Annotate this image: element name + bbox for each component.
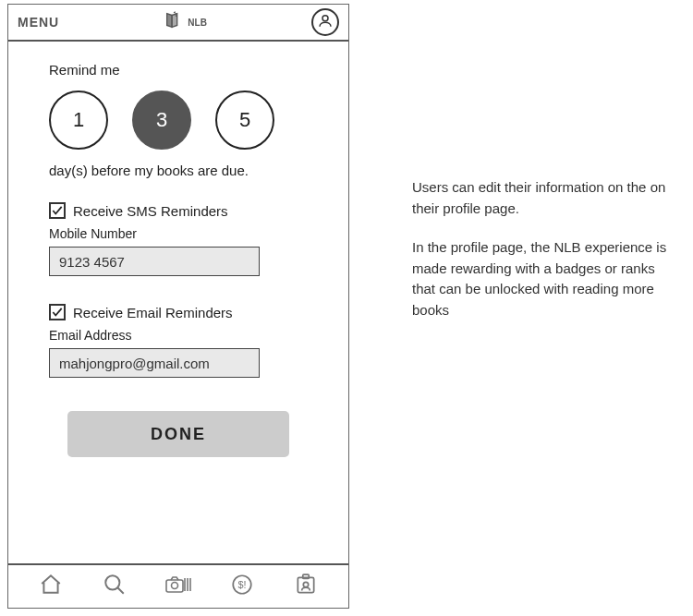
nav-home[interactable] <box>37 573 65 600</box>
email-checkbox-label: Receive Email Reminders <box>73 305 233 320</box>
remind-label: Remind me <box>49 62 308 78</box>
mobile-number-field[interactable] <box>49 247 260 276</box>
day-options: 1 3 5 <box>49 91 308 150</box>
day-option-1[interactable]: 1 <box>49 91 108 150</box>
nav-card[interactable] <box>292 573 320 600</box>
nav-fees[interactable]: $! <box>228 573 256 600</box>
done-button[interactable]: DONE <box>67 411 289 457</box>
profile-button[interactable] <box>311 8 339 36</box>
svg-rect-11 <box>302 574 309 578</box>
svg-point-4 <box>171 583 177 589</box>
logo: NLB <box>164 10 207 34</box>
day-option-3[interactable]: 3 <box>132 91 191 150</box>
svg-rect-10 <box>298 577 313 592</box>
camera-barcode-icon <box>164 573 192 600</box>
search-icon <box>103 573 127 600</box>
annotation-p1: Users can edit their information on the … <box>412 177 671 219</box>
menu-button[interactable]: MENU <box>18 15 59 30</box>
content: Remind me 1 3 5 day(s) before my books a… <box>8 42 348 563</box>
home-icon <box>39 573 63 600</box>
svg-text:$!: $! <box>237 579 246 590</box>
dollar-alert-icon: $! <box>230 573 254 600</box>
remind-sublabel: day(s) before my books are due. <box>49 163 308 178</box>
email-address-label: Email Address <box>49 328 308 343</box>
svg-line-2 <box>117 587 124 594</box>
phone-frame: MENU NLB Remind me 1 3 <box>7 4 349 609</box>
topbar: MENU NLB <box>8 5 348 42</box>
email-checkbox[interactable] <box>49 304 66 320</box>
day-option-5[interactable]: 5 <box>215 91 274 150</box>
svg-point-12 <box>303 582 308 586</box>
svg-point-0 <box>322 16 328 21</box>
check-icon <box>51 306 64 319</box>
annotation-text: Users can edit their information on the … <box>412 177 671 339</box>
sms-checkbox-label: Receive SMS Reminders <box>73 203 228 219</box>
nav-scan[interactable] <box>164 573 192 600</box>
annotation-p2: In the profile page, the NLB experience … <box>412 237 671 320</box>
nav-search[interactable] <box>101 573 128 600</box>
id-card-icon <box>294 573 318 600</box>
user-icon <box>317 12 334 32</box>
logo-text: NLB <box>188 18 207 28</box>
svg-point-1 <box>105 575 119 589</box>
email-address-field[interactable] <box>49 348 260 378</box>
bottombar: $! <box>8 563 348 608</box>
sms-checkbox[interactable] <box>49 202 66 219</box>
mobile-number-label: Mobile Number <box>49 226 308 241</box>
book-icon <box>164 10 184 34</box>
check-icon <box>51 204 64 217</box>
